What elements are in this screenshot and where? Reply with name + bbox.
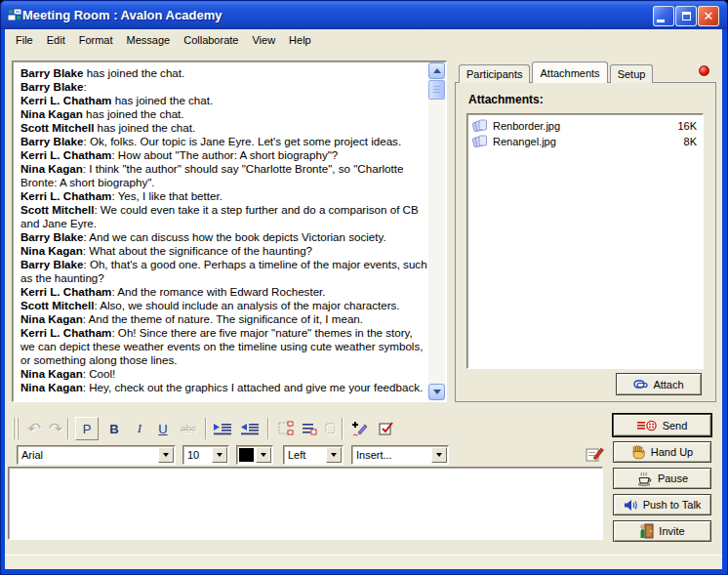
redo-icon[interactable]: ↷ bbox=[44, 417, 67, 440]
spell-check-icon[interactable] bbox=[374, 417, 397, 440]
tab-setup[interactable]: Setup bbox=[610, 64, 654, 83]
color-swatch bbox=[239, 448, 254, 462]
italic-button[interactable]: I bbox=[128, 417, 151, 440]
list-check-icon[interactable] bbox=[298, 417, 321, 440]
select-graphic-icon[interactable] bbox=[274, 417, 298, 440]
scroll-down-button[interactable] bbox=[428, 384, 445, 400]
chat-message: Nina Kagan: I think "the author" should … bbox=[20, 162, 428, 189]
tab-attachments[interactable]: Attachments bbox=[532, 62, 607, 83]
chat-message: Scott Mitchell: Also, we should include … bbox=[20, 299, 428, 312]
window-title: Meeting Room : Avalon Academy bbox=[22, 8, 222, 22]
attachment-name: Renborder.jpg bbox=[493, 120, 560, 132]
tab-participants[interactable]: Participants bbox=[459, 64, 530, 83]
format-toolbar: ↶ ↷ P B I U abc bbox=[5, 414, 610, 443]
chat-message: Kerri L. Chatham: Oh! Since there are fi… bbox=[20, 326, 428, 367]
scroll-up-button[interactable] bbox=[428, 62, 445, 79]
attachment-row[interactable]: Renangel.jpg8K bbox=[469, 134, 701, 149]
menu-file[interactable]: File bbox=[9, 31, 40, 49]
chat-message: Scott Mitchell has joined the chat. bbox=[20, 121, 428, 135]
attachments-list[interactable]: Renborder.jpg16K Renangel.jpg8K bbox=[466, 113, 704, 369]
coffee-cup-icon bbox=[636, 471, 653, 486]
plain-text-button[interactable]: P bbox=[75, 417, 99, 440]
chat-message: Barry Blake: And we can discuss how the … bbox=[20, 230, 428, 244]
toolbar-grip[interactable] bbox=[13, 418, 20, 439]
menu-edit[interactable]: Edit bbox=[40, 31, 72, 49]
minimize-button[interactable] bbox=[653, 6, 674, 26]
insert-select[interactable]: Insert... bbox=[351, 445, 449, 465]
message-input[interactable] bbox=[8, 467, 603, 540]
send-button[interactable]: Send bbox=[613, 414, 711, 436]
font-size-select[interactable]: 10 bbox=[182, 445, 229, 465]
maximize-button[interactable] bbox=[675, 6, 697, 26]
chat-message: Kerri L. Chatham: And the romance with E… bbox=[20, 285, 428, 299]
alignment-select[interactable]: Left bbox=[283, 445, 344, 465]
invite-button[interactable]: Invite bbox=[613, 520, 711, 542]
font-color-select[interactable] bbox=[236, 445, 273, 465]
file-icon bbox=[472, 119, 488, 133]
font-toolbar: Arial 10 Left Insert... bbox=[5, 443, 610, 469]
scroll-thumb[interactable] bbox=[428, 80, 445, 100]
chat-log: Barry Blake has joined the chat.Barry Bl… bbox=[15, 63, 428, 399]
chat-message: Nina Kagan: And the theme of nature. The… bbox=[20, 312, 428, 326]
push-to-talk-button[interactable]: Push to Talk bbox=[613, 494, 711, 515]
indent-increase-icon[interactable] bbox=[211, 417, 234, 440]
title-bar: Meeting Room : Avalon Academy ✕ bbox=[1, 1, 727, 29]
dropdown-arrow-icon[interactable] bbox=[212, 447, 227, 463]
close-button[interactable]: ✕ bbox=[698, 6, 719, 26]
menu-collaborate[interactable]: Collaborate bbox=[177, 31, 245, 49]
menu-bar: FileEditFormatMessageCollaborateViewHelp bbox=[5, 29, 722, 51]
attach-icon bbox=[633, 379, 648, 390]
menu-help[interactable]: Help bbox=[282, 31, 318, 49]
chat-message: Barry Blake: Oh, that's a good one. Perh… bbox=[20, 258, 428, 285]
chat-message: Barry Blake: Ok, folks. Our topic is Jan… bbox=[20, 135, 428, 148]
chat-message: Barry Blake: bbox=[20, 80, 428, 94]
chat-message: Scott Mitchell: We could even take it a … bbox=[20, 203, 428, 230]
client-area: FileEditFormatMessageCollaborateViewHelp… bbox=[5, 29, 722, 569]
status-indicator-light bbox=[699, 65, 709, 76]
hand-icon bbox=[631, 445, 646, 460]
undo-icon[interactable]: ↶ bbox=[22, 417, 46, 440]
speaker-icon bbox=[624, 499, 638, 512]
side-tabs: Participants Attachments Setup bbox=[459, 62, 655, 83]
app-window: Meeting Room : Avalon Academy ✕ FileEdit… bbox=[0, 0, 728, 575]
attachments-label: Attachments: bbox=[468, 93, 544, 106]
menu-view[interactable]: View bbox=[245, 31, 282, 49]
edit-note-icon[interactable] bbox=[586, 446, 605, 463]
add-annotation-icon[interactable] bbox=[348, 417, 372, 440]
file-icon bbox=[472, 135, 488, 148]
dropdown-arrow-icon[interactable] bbox=[431, 447, 447, 463]
menu-format[interactable]: Format bbox=[72, 31, 120, 49]
bold-button[interactable]: B bbox=[102, 417, 126, 440]
indent-decrease-icon[interactable] bbox=[238, 417, 262, 440]
chat-scrollbar[interactable] bbox=[428, 62, 445, 400]
chat-message: Nina Kagan: What about the significance … bbox=[20, 244, 428, 258]
attach-button[interactable]: Attach bbox=[616, 373, 702, 395]
invite-door-icon bbox=[639, 523, 654, 539]
font-family-select[interactable]: Arial bbox=[17, 445, 176, 465]
dropdown-arrow-icon[interactable] bbox=[256, 447, 271, 463]
chat-transcript[interactable]: Barry Blake has joined the chat.Barry Bl… bbox=[12, 61, 447, 402]
attachments-panel: Attachments: Renborder.jpg16K Renangel.j… bbox=[455, 82, 716, 402]
dropdown-arrow-icon[interactable] bbox=[326, 447, 342, 463]
strike-button[interactable]: abc bbox=[177, 417, 200, 440]
chat-message: Nina Kagan has joined the chat. bbox=[20, 107, 428, 121]
attachment-name: Renangel.jpg bbox=[493, 136, 556, 147]
pause-button[interactable]: Pause bbox=[613, 468, 711, 489]
chat-message: Kerri L. Chatham: Yes, I like that bette… bbox=[20, 189, 428, 203]
disabled-tool-icon bbox=[319, 417, 343, 440]
attachment-row[interactable]: Renborder.jpg16K bbox=[469, 118, 701, 134]
dropdown-arrow-icon[interactable] bbox=[158, 447, 174, 463]
underline-button[interactable]: U bbox=[151, 417, 175, 440]
chat-message: Kerri L. Chatham has joined the chat. bbox=[20, 94, 428, 107]
hand-up-button[interactable]: Hand Up bbox=[613, 441, 711, 463]
status-bar bbox=[5, 554, 722, 569]
chat-message: Nina Kagan: Hey, check out the graphics … bbox=[20, 381, 428, 394]
chat-message: Barry Blake has joined the chat. bbox=[20, 66, 428, 80]
chat-message: Kerri L. Chatham: How about "The author:… bbox=[20, 148, 428, 162]
app-icon bbox=[7, 8, 22, 23]
attachment-size: 16K bbox=[677, 120, 697, 132]
menu-message[interactable]: Message bbox=[120, 31, 178, 49]
send-icon bbox=[637, 420, 658, 431]
attachment-size: 8K bbox=[684, 136, 697, 147]
chat-message: Nina Kagan: Cool! bbox=[20, 367, 428, 381]
